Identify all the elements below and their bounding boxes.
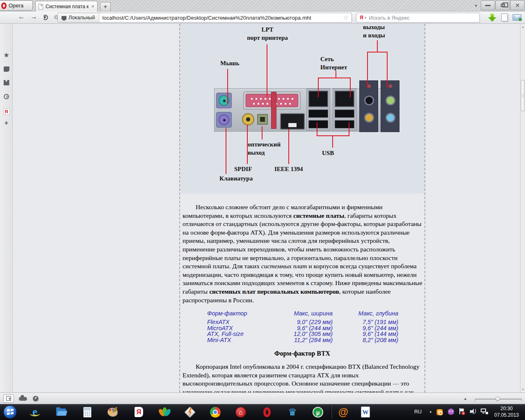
site-badge-button[interactable]: Локальный	[58, 13, 99, 22]
status-bar: ▲	[0, 393, 525, 404]
section-heading-btx: Форм-фактор BTX	[180, 350, 425, 357]
bookmarks-panel-icon[interactable]: ★	[0, 51, 13, 59]
windows-taskbar: e Я ⌂ ♛ µ @ W RU ▲ × ) 20:30 07.05.2013	[0, 404, 525, 420]
opera-menu-button[interactable]: Opera	[0, 0, 33, 11]
start-button[interactable]	[3, 405, 17, 419]
word-icon[interactable]: W	[359, 406, 372, 418]
table-row: ATX, Full-size 12,0" (305 мм) 9,6" (144 …	[207, 331, 404, 337]
paragraph-formfactors: Несколько сложнее обстоит дело с малогаб…	[180, 203, 425, 304]
minimize-button[interactable]	[481, 0, 495, 10]
vertical-scrollbar[interactable]: ▲ ▼	[520, 24, 525, 393]
tab-title: Системная плата ком...	[46, 4, 89, 9]
reload-button[interactable]	[43, 15, 48, 20]
tab-bar: Opera Системная плата ком... × + ▾ ✕	[0, 0, 525, 11]
callout-line-keyboard	[226, 128, 226, 174]
download-button[interactable]	[488, 14, 496, 22]
winamp-icon[interactable]	[184, 406, 196, 418]
ieee1394-port	[280, 113, 305, 130]
table-header-row: Форм-фактор Макс, ширина Макс, глубина	[207, 310, 404, 319]
optical-output-port	[257, 114, 268, 125]
opera-turbo-cloud-icon[interactable]	[19, 397, 27, 401]
callout-line-usb-bar	[317, 135, 349, 136]
opera-menu-label: Opera	[9, 2, 23, 9]
close-button[interactable]: ✕	[510, 0, 525, 10]
address-bar[interactable]: Локальный localhost/C:/Users/Администрат…	[57, 13, 352, 23]
mailru-agent-icon[interactable]: @	[337, 406, 349, 418]
zoom-slider[interactable]	[475, 399, 522, 399]
col-header-maxdepth: Макс, глубина	[342, 310, 404, 319]
search-engine-caret-icon[interactable]: ▾	[365, 16, 369, 20]
tab-active[interactable]: Системная плата ком... ×	[35, 1, 98, 11]
octopus-tray-icon[interactable]	[448, 409, 454, 415]
restore-button[interactable]	[495, 0, 510, 10]
callout-line-io-stub	[377, 40, 378, 52]
forward-button[interactable]: →	[30, 13, 37, 21]
bookmark-star-icon[interactable]: ☆	[340, 14, 352, 21]
fit-to-width-icon[interactable]: ▲	[463, 397, 467, 401]
formfactor-table: Форм-фактор Макс, ширина Макс, глубина F…	[207, 310, 404, 343]
callout-line-net-left	[318, 78, 319, 97]
orange-tray-icon[interactable]	[436, 409, 443, 415]
callout-line-net-stub	[336, 71, 336, 78]
callout-line-lpt	[267, 44, 267, 97]
paint-icon[interactable]	[107, 406, 119, 418]
table-row: FlexATX 9,0" (229 мм) 7,5" (191 мм)	[207, 319, 404, 325]
site-badge-label: Локальный	[68, 15, 95, 21]
add-panel-icon[interactable]: +	[0, 119, 13, 127]
figure-label-lpt: LPTпорт принтера	[228, 25, 306, 42]
motherboard-ports-figure: LPTпорт принтера Мышь СетьИнтернет выход…	[180, 24, 425, 194]
figure-label-optical: оптическийвыход	[248, 140, 281, 157]
zoom-slider-knob[interactable]	[495, 397, 500, 401]
language-indicator[interactable]: RU	[414, 409, 422, 415]
home-app-icon[interactable]: ⌂	[235, 406, 247, 418]
tab-close-icon[interactable]: ×	[91, 3, 94, 9]
scroll-up-arrow-icon[interactable]: ▲	[520, 25, 525, 28]
panel-toggle-button[interactable]	[3, 395, 14, 403]
yandex-browser-icon[interactable]: Я	[133, 406, 145, 418]
taskbar-separator	[331, 406, 331, 418]
mail-button[interactable]	[513, 14, 521, 21]
calculator-icon[interactable]	[81, 406, 94, 418]
new-tab-button[interactable]: +	[100, 2, 111, 11]
figure-label-network: СетьИнтернет	[320, 55, 347, 71]
search-bar[interactable]: Я ▾	[356, 13, 480, 23]
callout-line-ieee	[288, 129, 289, 164]
crown-app-icon[interactable]: ♛	[286, 406, 299, 418]
snapshot-page-button[interactable]	[501, 14, 508, 21]
tray-clock[interactable]: 20:30 07.05.2013	[491, 406, 523, 418]
tray-time: 20:30	[491, 406, 523, 412]
yandex-search-icon[interactable]: Я	[356, 15, 365, 21]
scroll-down-arrow-icon[interactable]: ▼	[520, 388, 525, 391]
explorer-folder-icon[interactable]	[55, 406, 67, 418]
back-button[interactable]: ←	[18, 13, 25, 21]
col-header-formfactor: Форм-фактор	[207, 310, 280, 319]
document-column: LPTпорт принтера Мышь СетьИнтернет выход…	[179, 24, 425, 393]
callout-line-net-right	[350, 78, 351, 97]
utorrent-icon[interactable]: µ	[312, 406, 324, 418]
action-center-flag-icon[interactable]: ×	[459, 408, 465, 415]
network-icon[interactable]	[481, 409, 488, 415]
volume-icon[interactable]: )	[470, 409, 477, 415]
notes-panel-icon[interactable]	[0, 66, 13, 73]
figure-label-audio-io: выходыи входы	[363, 24, 385, 39]
figure-label-mouse: Мышь	[220, 59, 239, 67]
col-header-maxwidth: Макс, ширина	[280, 310, 342, 319]
address-url-text[interactable]: localhost/C:/Users/Администратор/Desktop…	[99, 15, 340, 21]
window-menu-caret-icon[interactable]: ▾	[475, 3, 477, 8]
internet-explorer-icon[interactable]: e	[29, 406, 41, 418]
opera-browser-icon[interactable]	[261, 406, 273, 418]
callout-line-usb-right	[349, 122, 349, 136]
colorful-app-icon[interactable]	[158, 406, 171, 418]
opera-turbo-gauge-icon[interactable]	[33, 396, 39, 402]
history-panel-icon[interactable]	[0, 94, 13, 101]
chrome-icon[interactable]	[209, 406, 221, 418]
search-input[interactable]	[369, 15, 479, 21]
yandex-panel-icon[interactable]: Я	[0, 107, 13, 115]
browser-window: Opera Системная плата ком... × + ▾ ✕ ← →…	[0, 0, 525, 404]
show-hidden-icons-arrow[interactable]: ▲	[429, 410, 432, 413]
side-panel: ★ Я +	[0, 24, 13, 393]
figure-label-spdif: SPDIF	[234, 165, 252, 173]
scrollbar-thumb[interactable]	[521, 80, 525, 111]
red-connector	[271, 92, 276, 129]
downloads-panel-icon[interactable]	[0, 80, 13, 87]
